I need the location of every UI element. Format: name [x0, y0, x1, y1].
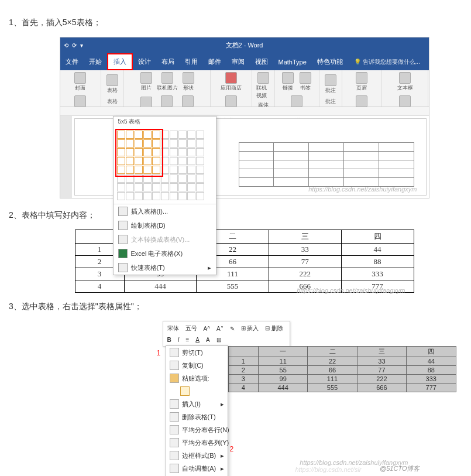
watermark-51cto: @51CTO博客	[380, 464, 420, 473]
inserted-table-preview	[239, 142, 414, 187]
copy-icon	[170, 361, 179, 370]
table-menu: 插入表格(I)... 绘制表格(D) 文本转换成表格(V)... Excel 电…	[114, 204, 216, 275]
insert-table-item[interactable]: 插入表格(I)...	[114, 204, 216, 218]
tab-design[interactable]: 设计	[133, 54, 156, 69]
delete-icon[interactable]: ⊟ 删除	[263, 323, 286, 334]
step-3-title: 3、选中表格，右击选择"表格属性"；	[9, 302, 471, 312]
cut-item[interactable]: 剪切(T)	[166, 346, 228, 359]
bookmark-button[interactable]: 书签	[298, 71, 313, 93]
picture-button[interactable]: 图片	[139, 71, 154, 93]
selected-table[interactable]: 一二三四 111223344 255667788 399111222333 44…	[228, 346, 456, 392]
border-style-item[interactable]: 边框样式(B)▸	[166, 449, 228, 462]
scissors-icon	[170, 348, 179, 357]
watermark-csdn: https://blog.csdn.net/zaishuiyifangxym	[308, 186, 417, 193]
video-button[interactable]: 联机视频	[256, 71, 271, 100]
delete-table-item[interactable]: 删除表格(T)	[166, 410, 228, 423]
convert-icon	[118, 235, 128, 244]
insert-item[interactable]: 插入(I)▸	[166, 398, 228, 410]
paste-option-icon[interactable]	[166, 385, 228, 398]
delete-icon	[170, 412, 179, 422]
title-bar: ⟲⟳▾ 文档2 - Word	[60, 37, 429, 53]
store-button[interactable]: 应用商店	[220, 71, 242, 93]
tab-home[interactable]: 开始	[84, 54, 107, 69]
watermark-csdn-2: https://blog.csdn.net/zaishuiyifangxym	[297, 287, 405, 294]
ribbon: 封面 空白页 分页 页面 表格 表格 图片 联机图片 形状 SmartArt 图…	[60, 70, 429, 107]
context-menu: 剪切(T) 复制(C) 粘贴选项: 插入(I)▸ 删除表格(T) 平均分布各行(…	[166, 345, 228, 476]
quick-tables-item[interactable]: 快速表格(T)▸	[114, 261, 216, 275]
tab-insert[interactable]: 插入	[107, 53, 133, 70]
mini-toolbar[interactable]: 宋体五号A^A˅✎⊞ 插入⊟ 删除 BI≡AA⊞	[163, 321, 290, 347]
tab-layout[interactable]: 布局	[156, 54, 180, 69]
step-2-title: 2、表格中填写好内容；	[9, 210, 471, 221]
link-button[interactable]: 链接	[280, 71, 295, 93]
copy-item[interactable]: 复制(C)	[166, 359, 228, 372]
ruler	[60, 107, 429, 116]
textbox-button[interactable]: 文本框	[397, 71, 414, 93]
table-grid-picker[interactable]	[114, 127, 216, 204]
ribbon-tabs: 文件 开始 插入 设计 布局 引用 邮件 审阅 视图 MathType 特色功能…	[60, 53, 429, 70]
annotation-1: 1	[157, 349, 161, 357]
comment-button[interactable]: 批注	[323, 74, 338, 95]
tab-review[interactable]: 审阅	[226, 54, 250, 69]
rows-icon	[170, 425, 179, 434]
autofit-icon	[170, 464, 179, 473]
insert-icon	[170, 399, 179, 409]
watermark-csdn-4: https://blog.csdn.net/sir	[295, 466, 361, 473]
convert-text-item: 文本转换成表格(V)...	[114, 232, 216, 246]
tab-features[interactable]: 特色功能	[312, 54, 348, 69]
tab-file[interactable]: 文件	[60, 54, 84, 69]
tab-references[interactable]: 引用	[180, 54, 203, 69]
paste-options-item[interactable]: 粘贴选项:	[166, 372, 228, 385]
step3-figure: 宋体五号A^A˅✎⊞ 插入⊟ 删除 BI≡AA⊞ 1 ✥ 一二三四 111223…	[63, 321, 426, 461]
tab-mathtype[interactable]: MathType	[273, 56, 312, 69]
cols-icon	[170, 438, 179, 447]
tab-mailings[interactable]: 邮件	[203, 54, 226, 69]
distribute-cols-item[interactable]: 平均分布各列(Y)	[166, 436, 228, 449]
word-window: ⟲⟳▾ 文档2 - Word 文件 开始 插入 设计 布局 引用 邮件 审阅 视…	[60, 37, 429, 198]
cover-page-button[interactable]: 封面	[73, 71, 88, 93]
grid-icon	[118, 207, 128, 216]
pencil-icon	[118, 221, 128, 230]
document-area: https://blog.csdn.net/zaishuiyifangxym 5…	[60, 116, 429, 198]
tell-me-search[interactable]: 💡 告诉我您想要做什么...	[354, 58, 420, 66]
online-pic-button[interactable]: 联机图片	[156, 71, 178, 93]
table-dropdown: 5x5 表格 插入表格(I)... 绘制表格(D) 文本转换成表格(V)... …	[113, 116, 216, 275]
grid-size-label: 5x5 表格	[114, 117, 216, 127]
autofit-item[interactable]: 自动调整(A)▸	[166, 462, 228, 475]
qat[interactable]: ⟲⟳▾	[64, 42, 83, 49]
border-icon	[170, 451, 179, 460]
excel-icon	[118, 249, 128, 258]
table-button[interactable]: 表格	[105, 74, 120, 95]
clipboard-icon	[180, 386, 190, 396]
doc-title: 文档2 - Word	[226, 41, 263, 50]
distribute-rows-item[interactable]: 平均分布各行(N)	[166, 423, 228, 436]
header-button[interactable]: 页眉	[354, 71, 369, 93]
excel-spreadsheet-item[interactable]: Excel 电子表格(X)	[114, 246, 216, 261]
draw-table-item[interactable]: 绘制表格(D)	[114, 218, 216, 232]
shapes-button[interactable]: 形状	[181, 71, 196, 93]
step-1-title: 1、首先，插入5×5表格；	[9, 18, 471, 28]
insert-icon[interactable]: ⊞ 插入	[239, 323, 262, 334]
tab-view[interactable]: 视图	[250, 54, 273, 69]
paste-icon	[170, 374, 179, 383]
quick-icon	[118, 263, 128, 272]
annotation-2: 2	[230, 445, 234, 453]
